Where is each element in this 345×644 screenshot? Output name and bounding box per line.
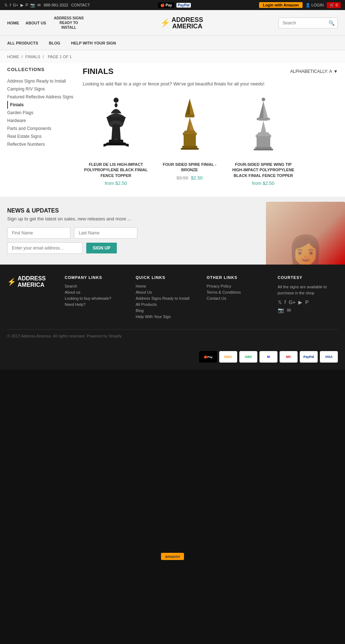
applepay-card: 🍎Pay bbox=[199, 351, 217, 363]
email-icon[interactable]: ✉ bbox=[37, 3, 41, 8]
product-card[interactable]: FOUR-SIDED SPIRE WING TIP HIGH-IMPACT PO… bbox=[230, 94, 296, 186]
svg-marker-20 bbox=[259, 101, 263, 119]
email-input[interactable] bbox=[7, 242, 83, 254]
breadcrumb-finials[interactable]: FINIALS bbox=[25, 55, 40, 59]
product-price: from $2.50 bbox=[230, 181, 296, 186]
svg-rect-14 bbox=[184, 134, 196, 146]
finial-svg-dark bbox=[96, 97, 136, 155]
footer-bottom: © 2017 Address America. All rights reser… bbox=[7, 329, 338, 338]
youtube-icon[interactable]: ▶ bbox=[20, 3, 23, 8]
product-price: from $2.50 bbox=[83, 181, 149, 186]
phone-number: 888-991-3322 bbox=[43, 3, 68, 7]
facebook-icon[interactable]: f bbox=[10, 3, 11, 7]
amazon-login-button[interactable]: Login with Amazon bbox=[259, 2, 302, 8]
svg-point-17 bbox=[262, 98, 265, 101]
copyright-text: © 2017 Address America. All rights reser… bbox=[7, 334, 122, 338]
price-value: $2.50 bbox=[263, 181, 275, 186]
collection-description: Looking to add flair to a sign or fence … bbox=[83, 81, 338, 87]
footer-terms-link[interactable]: Terms & Conditions bbox=[207, 290, 267, 294]
footer-google-plus-icon[interactable]: G+ bbox=[289, 299, 295, 305]
page-header: FINIALS ALPHABETICALLY: A ▼ bbox=[83, 67, 338, 76]
nav-address-signs[interactable]: ADDRESS SIGNS READY TO INSTALL bbox=[52, 16, 85, 30]
nav-all-products[interactable]: ALL PRODUCTS bbox=[7, 41, 38, 45]
logo[interactable]: ⚡ ADDRESSAMERICA bbox=[160, 17, 203, 29]
svg-point-1 bbox=[115, 103, 118, 107]
news-title: NEWS & UPDATES bbox=[7, 207, 144, 214]
footer-home-link[interactable]: Home bbox=[136, 284, 196, 288]
nav-blog[interactable]: BLOG bbox=[49, 41, 60, 45]
footer-instagram-icon[interactable]: 📷 bbox=[278, 307, 284, 313]
product-price: $3.50 $2.50 bbox=[156, 175, 223, 181]
signup-button[interactable]: SIGN UP bbox=[86, 243, 117, 253]
product-grid: FLEUR DE LIS HIGH-IMPACT POLYPROPYLENE B… bbox=[83, 94, 338, 186]
finial-svg-bronze bbox=[170, 97, 210, 155]
sidebar-item-parts[interactable]: Parts and Components bbox=[7, 125, 75, 132]
finial-svg-silver bbox=[244, 97, 283, 155]
cart-button[interactable]: 🛒 0 bbox=[327, 2, 341, 8]
sidebar-title: COLLECTIONS bbox=[7, 67, 75, 72]
page-content: COLLECTIONS Address Signs Ready to Insta… bbox=[0, 63, 345, 197]
product-card[interactable]: FLEUR DE LIS HIGH-IMPACT POLYPROPYLENE B… bbox=[83, 94, 149, 186]
footer-twitter-icon[interactable]: 𝕏 bbox=[278, 299, 282, 305]
footer-about-us-link[interactable]: About Us bbox=[136, 290, 196, 294]
email-row: SIGN UP bbox=[7, 242, 129, 254]
footer-privacy-link[interactable]: Privacy Policy bbox=[207, 284, 267, 288]
sort-label: ALPHABETICALLY: A bbox=[290, 69, 332, 74]
price-prefix: from bbox=[252, 181, 263, 186]
product-card[interactable]: FOUR SIDED SPIRE FINIAL - BRONZE $3.50 $… bbox=[156, 94, 223, 186]
user-icon: 👤 bbox=[305, 3, 310, 8]
login-button[interactable]: 👤 LOGIN bbox=[305, 3, 324, 8]
first-name-input[interactable] bbox=[7, 227, 70, 239]
gbs-card: GBS bbox=[239, 351, 257, 363]
sidebar-item-address-signs[interactable]: Address Signs Ready to Install bbox=[7, 77, 75, 85]
footer-courtesy: COURTESY All the signs are available to … bbox=[278, 275, 338, 321]
sidebar-item-featured[interactable]: Featured Reflective Address Signs bbox=[7, 93, 75, 101]
second-nav: ALL PRODUCTS BLOG HELP WITH YOUR SIGN bbox=[0, 36, 345, 50]
footer-wholesale-link[interactable]: Looking to buy wholesale? bbox=[65, 296, 125, 300]
sidebar-item-garden[interactable]: Garden Flags bbox=[7, 109, 75, 117]
price-old: $3.50 bbox=[176, 175, 188, 181]
product-image bbox=[235, 94, 292, 158]
search-button[interactable]: 🔍 bbox=[326, 18, 337, 28]
pinterest-icon[interactable]: P bbox=[26, 3, 28, 7]
footer-about-link[interactable]: About us bbox=[65, 290, 125, 294]
svg-marker-6 bbox=[190, 99, 194, 115]
sidebar-item-real-estate[interactable]: Real Estate Signs bbox=[7, 132, 75, 140]
instagram-icon[interactable]: 📷 bbox=[30, 3, 35, 8]
top-bar: 𝕏 f G+ ▶ P 📷 ✉ 888-991-3322 CONTACT 🍎 Pa… bbox=[0, 0, 345, 10]
last-name-input[interactable] bbox=[74, 227, 137, 239]
footer-blog-link[interactable]: Blog bbox=[136, 308, 196, 313]
footer-other-title: OTHER LINKS bbox=[207, 275, 267, 280]
footer-youtube-icon[interactable]: ▶ bbox=[298, 299, 302, 305]
footer-search-link[interactable]: Search bbox=[65, 284, 125, 288]
amazon-badge-section: amazon bbox=[0, 549, 345, 564]
lady-silhouette: 👩 bbox=[288, 236, 323, 265]
sidebar-item-reflective[interactable]: Reflective Numbers bbox=[7, 140, 75, 148]
sidebar-item-finials[interactable]: Finials bbox=[7, 101, 75, 109]
search-box[interactable]: 🔍 bbox=[279, 18, 338, 28]
footer-address-signs-link[interactable]: Address Signs Ready to Install bbox=[136, 296, 196, 300]
nav-help[interactable]: HELP WITH YOUR SIGN bbox=[71, 41, 116, 45]
breadcrumb-home[interactable]: HOME bbox=[7, 55, 19, 59]
footer-contact-link[interactable]: Contact Us bbox=[207, 296, 267, 300]
product-name: FLEUR DE LIS HIGH-IMPACT POLYPROPYLENE B… bbox=[83, 162, 149, 178]
footer-help-sign-link[interactable]: Help With Your Sign bbox=[136, 314, 196, 319]
product-name: FOUR SIDED SPIRE FINIAL - BRONZE bbox=[156, 162, 223, 173]
contact-link[interactable]: CONTACT bbox=[71, 3, 90, 7]
sort-dropdown[interactable]: ALPHABETICALLY: A ▼ bbox=[290, 69, 338, 74]
mastercard-card: MC bbox=[280, 351, 298, 363]
paypal-icon: PayPal bbox=[176, 3, 191, 8]
search-input[interactable] bbox=[279, 18, 326, 28]
nav-home[interactable]: HOME bbox=[7, 21, 19, 25]
footer-help-link[interactable]: Need Help? bbox=[65, 302, 125, 307]
page-title: FINIALS bbox=[83, 67, 114, 76]
footer-facebook-icon[interactable]: f bbox=[285, 299, 286, 305]
twitter-icon[interactable]: 𝕏 bbox=[4, 3, 8, 8]
sidebar-item-hardware[interactable]: Hardware bbox=[7, 117, 75, 125]
sidebar-item-camping[interactable]: Camping R/V Signs bbox=[7, 85, 75, 93]
footer-email-icon[interactable]: ✉ bbox=[287, 307, 291, 313]
footer-all-products-link[interactable]: All Products bbox=[136, 302, 196, 307]
google-plus-icon[interactable]: G+ bbox=[13, 3, 18, 7]
footer-pinterest-icon[interactable]: P bbox=[305, 299, 308, 305]
nav-about[interactable]: ABOUT US bbox=[26, 21, 46, 25]
